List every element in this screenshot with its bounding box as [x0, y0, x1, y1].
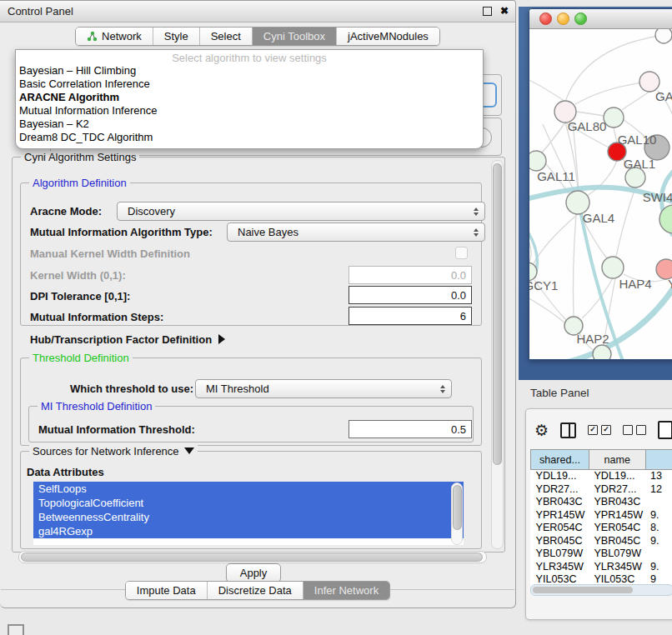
column-header-third[interactable]	[645, 450, 672, 470]
algorithm-option[interactable]: Mutual Information Inference	[16, 104, 483, 118]
network-canvas[interactable]: GALGAL80GAL10GAL1GAL11SWI4GAL4GCY1HAP4YH…	[529, 29, 672, 359]
table-hscrollbar-thumb[interactable]	[533, 587, 633, 593]
stepper-icon	[471, 208, 481, 216]
data-attribute-item[interactable]: TopologicalCoefficient	[33, 496, 464, 510]
column-header-name[interactable]: name	[589, 450, 645, 470]
tab-cyni-toolbox[interactable]: Cyni Toolbox	[252, 28, 336, 45]
tab-jactivemnodules[interactable]: jActiveMNodules	[336, 28, 439, 45]
expand-down-icon	[184, 448, 194, 454]
sources-group-title[interactable]: Sources for Network Inference	[29, 445, 198, 458]
settings-hscrollbar-thumb[interactable]	[21, 552, 483, 562]
network-view-window: GALGAL80GAL10GAL1GAL11SWI4GAL4GCY1HAP4YH…	[529, 8, 672, 360]
network-icon	[87, 31, 98, 42]
tab-discretize-data[interactable]: Discretize Data	[207, 582, 303, 599]
tab-select[interactable]: Select	[199, 28, 252, 45]
algorithm-dropdown-placeholder: Select algorithm to view settings	[16, 52, 483, 64]
data-attribute-item[interactable]: gal4RGexp	[33, 524, 464, 538]
window-minimize-icon[interactable]	[557, 12, 569, 25]
data-attribute-item[interactable]: BetweennessCentrality	[33, 510, 464, 524]
table-row[interactable]: YDL19...YDL19...13	[531, 470, 672, 483]
network-node[interactable]	[655, 29, 672, 43]
mi-type-combo[interactable]: Naive Bayes	[227, 222, 485, 242]
float-window-icon[interactable]	[483, 7, 492, 16]
table-row[interactable]: YPR145WYPR145W9.	[531, 509, 672, 522]
select-all-checkboxes-icon[interactable]: ✓✓	[588, 425, 611, 435]
which-threshold-value: MI Threshold	[206, 382, 438, 395]
aracne-mode-label: Aracne Mode:	[30, 205, 102, 218]
close-panel-icon[interactable]: ✖	[500, 6, 509, 16]
attr-list-scrollbar-track[interactable]	[451, 482, 463, 545]
node-label: HAP4	[619, 277, 651, 291]
algorithm-dropdown-popup: Select algorithm to view settings Bayesi…	[15, 49, 484, 149]
node-label: GAL10	[618, 132, 657, 147]
network-graph: GALGAL80GAL10GAL1GAL11SWI4GAL4GCY1HAP4YH…	[529, 29, 672, 359]
minimized-panel-icon[interactable]	[8, 624, 24, 635]
deselect-all-checkboxes-icon[interactable]	[623, 425, 646, 435]
kernel-width-label: Kernel Width (0,1):	[30, 269, 126, 282]
mi-threshold-input[interactable]: 0.5	[349, 420, 472, 438]
table-panel: ⚙ ✓✓ shared... name YDL19...YDL19...13YD…	[525, 408, 672, 620]
network-node-hap4[interactable]	[602, 257, 624, 278]
which-threshold-combo[interactable]: MI Threshold	[195, 379, 452, 398]
settings-scrollbar-track[interactable]	[491, 160, 504, 549]
aracne-mode-value: Discovery	[128, 205, 471, 218]
table-row[interactable]: YBR045CYBR045C9.	[531, 535, 672, 548]
data-attribute-item[interactable]: SelfLoops	[33, 482, 464, 496]
algorithm-option[interactable]: ARACNE Algorithm	[16, 91, 483, 104]
algorithm-option[interactable]: Bayesian – Hill Climbing	[16, 64, 483, 78]
mi-steps-label: Mutual Information Steps:	[30, 311, 163, 323]
attr-list-scrollbar-thumb[interactable]	[453, 485, 462, 530]
gear-icon[interactable]: ⚙	[534, 422, 549, 438]
table-row[interactable]: YDR27...YDR27...12	[531, 483, 672, 497]
node-label: Y	[668, 277, 672, 291]
mi-threshold-group-title: MI Threshold Definition	[38, 400, 155, 412]
algorithm-option[interactable]: Basic Correlation Inference	[16, 78, 483, 91]
node-label: GCY1	[529, 278, 558, 292]
control-panel-title: Control Panel	[8, 5, 73, 18]
algorithm-options-list: Bayesian – Hill ClimbingBasic Correlatio…	[16, 64, 483, 144]
table-header-row: shared... name	[531, 450, 672, 470]
node-label: GAL4	[583, 211, 614, 225]
window-close-icon[interactable]	[539, 12, 552, 25]
network-node-gal11[interactable]	[529, 151, 546, 171]
mi-threshold-label: Mutual Information Threshold:	[38, 423, 195, 436]
columns-icon[interactable]	[560, 422, 576, 438]
dpi-tolerance-label: DPI Tolerance [0,1]:	[30, 290, 130, 302]
algorithm-option[interactable]: Dream8 DC_TDC Algorithm	[16, 131, 483, 144]
which-threshold-label: Which threshold to use:	[70, 382, 193, 395]
table-hscrollbar-track[interactable]	[530, 584, 672, 596]
window-zoom-icon[interactable]	[574, 12, 587, 25]
tab-network[interactable]: Network	[76, 28, 153, 45]
table-row[interactable]: YBR043CYBR043C	[531, 496, 672, 509]
dpi-tolerance-input[interactable]: 0.0	[349, 286, 472, 304]
table-row[interactable]: YER054CYER054C8.	[531, 522, 672, 535]
cyni-settings-group-title: Cyni Algorithm Settings	[21, 151, 139, 163]
tab-style[interactable]: Style	[153, 28, 199, 45]
settings-hscrollbar-track[interactable]	[18, 551, 487, 563]
mi-steps-input[interactable]: 6	[349, 307, 472, 325]
data-attributes-label: Data Attributes	[27, 466, 104, 478]
tab-impute-data[interactable]: Impute Data	[126, 582, 207, 599]
algorithm-option[interactable]: Bayesian – K2	[16, 118, 483, 131]
manual-kernel-width-checkbox[interactable]	[455, 247, 468, 259]
kernel-width-input[interactable]: 0.0	[349, 266, 472, 284]
bottom-tabbar: Impute Data Discretize Data Infer Networ…	[0, 581, 515, 600]
network-node-gal10[interactable]	[604, 108, 624, 128]
network-window-titlebar	[529, 9, 672, 29]
apply-button[interactable]: Apply	[226, 563, 281, 582]
column-header-shared[interactable]: shared...	[531, 450, 589, 470]
settings-scrollbar-thumb[interactable]	[493, 163, 502, 465]
mi-type-label: Mutual Information Algorithm Type:	[30, 226, 213, 238]
expand-right-icon	[218, 334, 225, 344]
aracne-mode-combo[interactable]: Discovery	[117, 202, 485, 221]
node-label: GAL11	[537, 169, 575, 183]
document-icon[interactable]	[658, 421, 672, 439]
tab-infer-network[interactable]: Infer Network	[303, 582, 389, 599]
table-row[interactable]: YLR345WYLR345W9.	[531, 561, 672, 574]
tab-network-label: Network	[102, 30, 142, 42]
node-label: SWI4	[643, 190, 672, 204]
table-row[interactable]: YBL079WYBL079W	[531, 548, 672, 561]
network-node[interactable]	[593, 345, 611, 359]
hub-definition-expander[interactable]: Hub/Transcription Factor Definition	[30, 333, 225, 346]
node-label: GAL80	[568, 119, 607, 133]
